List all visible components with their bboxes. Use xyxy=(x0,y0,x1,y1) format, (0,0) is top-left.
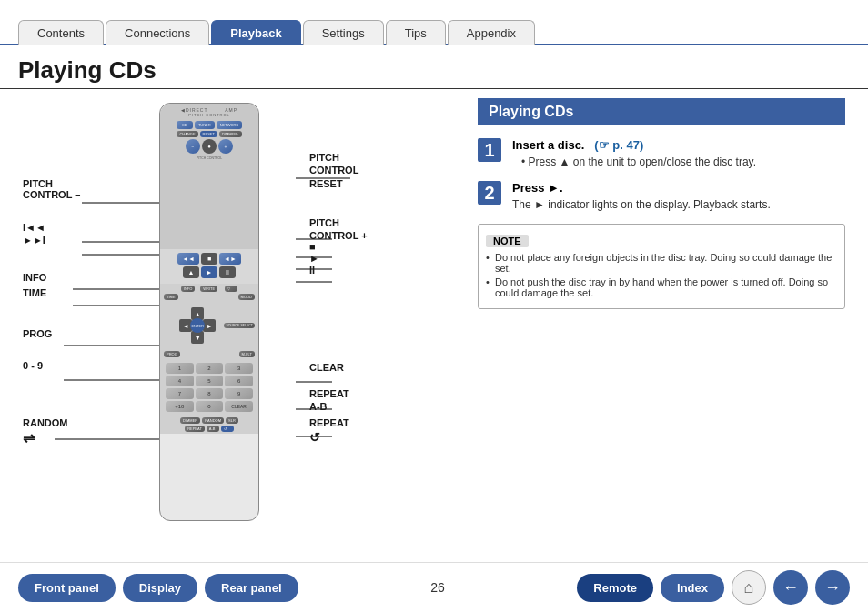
clear-label: CLEAR xyxy=(309,362,344,373)
stop-label: ■ xyxy=(309,241,316,252)
step-2-content: Press ►. The ► indicator lights on the d… xyxy=(512,181,845,211)
zero-nine-label: 0 - 9 xyxy=(23,360,43,371)
note-box: NOTE Do not place any foreign objects in… xyxy=(478,224,845,309)
rear-panel-button[interactable]: Rear panel xyxy=(205,574,298,602)
step-2-desc: The ► indicator lights on the display. P… xyxy=(512,198,845,211)
tab-contents[interactable]: Contents xyxy=(18,20,104,45)
index-button[interactable]: Index xyxy=(661,574,724,602)
repeat-label: REPEAT↺ xyxy=(309,416,349,446)
repeat-ab-label: REPEATA-B xyxy=(309,387,349,414)
tab-appendix[interactable]: Appendix xyxy=(448,20,535,45)
pitch-control-plus-label: PITCHCONTROL + xyxy=(309,216,368,243)
step-1-title-text: Insert a disc. xyxy=(512,138,584,152)
step-2-title: Press ►. xyxy=(512,181,845,195)
random-label: RANDOM⇌ xyxy=(23,416,68,448)
back-button[interactable]: ← xyxy=(773,570,808,605)
note-label: NOTE xyxy=(486,235,529,247)
remote-control: ◀DIRECT AMP PITCH CONTROL CD TUNER NETWO… xyxy=(159,103,259,521)
pitch-control-reset-label: PITCHCONTROLRESET xyxy=(309,151,358,190)
tab-playback[interactable]: Playback xyxy=(211,20,300,45)
step-1-title: Insert a disc. (☞ p. 47) xyxy=(512,138,845,152)
bottom-nav-right: Remote Index ⌂ ← → xyxy=(577,570,850,605)
step-1-content: Insert a disc. (☞ p. 47) • Press ▲ on th… xyxy=(512,138,845,168)
bottom-navigation: Front panel Display Rear panel 26 Remote… xyxy=(0,562,868,612)
time-label: TIME xyxy=(23,287,46,298)
pause-label: II xyxy=(309,265,315,276)
pitch-control-minus-label: PITCHCONTROL – xyxy=(23,178,80,200)
step-1-link[interactable]: (☞ p. 47) xyxy=(594,138,643,152)
bottom-nav-left: Front panel Display Rear panel xyxy=(18,574,298,602)
tab-connections[interactable]: Connections xyxy=(106,20,209,45)
prev-track-label: I◄◄ xyxy=(23,222,45,233)
main-content: PITCHCONTROL – I◄◄ ►►I INFO TIME PROG 0 … xyxy=(0,98,868,562)
note-item-2: Do not push the disc tray in by hand whe… xyxy=(486,276,837,298)
prog-label: PROG xyxy=(23,328,52,339)
info-label: INFO xyxy=(23,272,46,283)
remote-diagram: PITCHCONTROL – I◄◄ ►►I INFO TIME PROG 0 … xyxy=(18,98,455,562)
page-title: Playing CDs xyxy=(0,45,868,89)
page-number: 26 xyxy=(430,580,445,595)
next-track-label: ►►I xyxy=(23,235,45,246)
remote-button[interactable]: Remote xyxy=(577,574,653,602)
home-button[interactable]: ⌂ xyxy=(732,570,766,605)
display-button[interactable]: Display xyxy=(123,574,197,602)
forward-button[interactable]: → xyxy=(815,570,850,605)
tab-tips[interactable]: Tips xyxy=(386,20,446,45)
top-navigation: Contents Connections Playback Settings T… xyxy=(0,0,868,45)
step-1: 1 Insert a disc. (☞ p. 47) • Press ▲ on … xyxy=(478,138,845,168)
step-1-number: 1 xyxy=(478,138,501,162)
left-panel: PITCHCONTROL – I◄◄ ►►I INFO TIME PROG 0 … xyxy=(18,98,455,562)
tab-settings[interactable]: Settings xyxy=(303,20,384,45)
step-2-number: 2 xyxy=(478,181,501,205)
step-1-desc: • Press ▲ on the unit to open/close the … xyxy=(512,156,845,168)
note-item-1: Do not place any foreign objects in the … xyxy=(486,252,837,274)
front-panel-button[interactable]: Front panel xyxy=(18,574,116,602)
section-title: Playing CDs xyxy=(478,98,845,125)
play-label: ► xyxy=(309,253,319,264)
right-panel: Playing CDs 1 Insert a disc. (☞ p. 47) •… xyxy=(473,98,850,562)
step-2: 2 Press ►. The ► indicator lights on the… xyxy=(478,181,845,211)
